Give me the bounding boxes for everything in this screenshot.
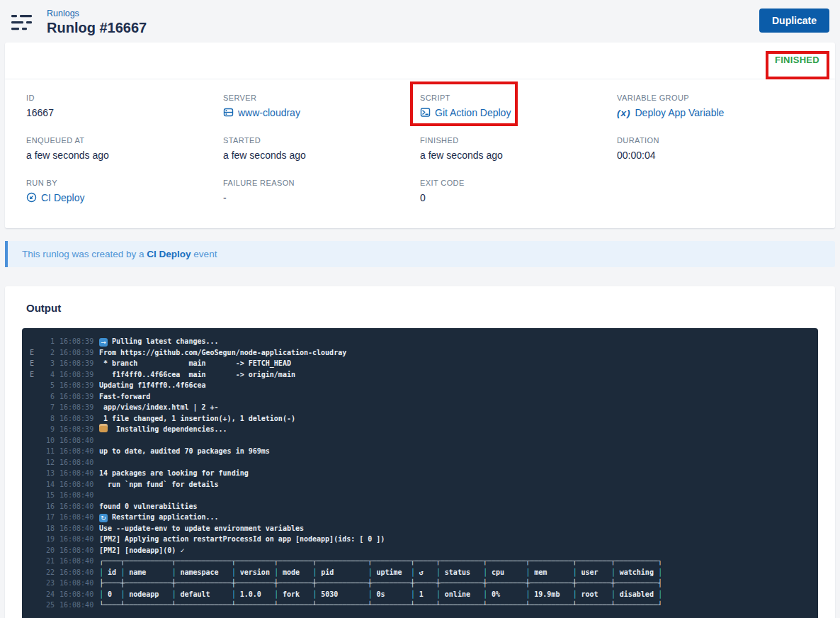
timestamp: 16:08:40 (55, 446, 96, 457)
stderr-marker (22, 501, 39, 512)
field-value-text: CI Deploy (41, 192, 84, 203)
pm2-table-segment: watching (615, 568, 658, 576)
timestamp: 16:08:40 (55, 534, 96, 545)
timestamp: 16:08:40 (55, 435, 96, 446)
terminal-line: 1916:08:40[PM2] Applying action restartP… (22, 534, 812, 545)
page-title: Runlog #16667 (47, 20, 147, 36)
line-content: From https://github.com/GeoSegun/node-ap… (96, 347, 346, 359)
field-label: ENQUEUED AT (26, 136, 223, 145)
timestamp: 16:08:40 (55, 567, 96, 578)
field-label: FAILURE REASON (223, 179, 420, 187)
stderr-marker (22, 446, 39, 457)
terminal-output[interactable]: 116:08:39→ Pulling latest changes...E216… (22, 328, 818, 618)
field-value-id: 16667 (26, 107, 223, 118)
line-number: 14 (39, 479, 55, 490)
stderr-marker: E (22, 369, 39, 381)
package-icon (99, 424, 108, 432)
line-content: Fast-forward (96, 391, 150, 403)
terminal-line: 816:08:39 1 file changed, 1 insertion(+)… (22, 413, 812, 425)
log-text: app/views/index.html | 2 +- (99, 403, 219, 411)
log-text: Fast-forward (99, 393, 150, 400)
timestamp: 16:08:40 (55, 589, 96, 600)
card-topbar: FINISHED (5, 43, 835, 79)
field-label: DURATION (617, 136, 814, 145)
line-content: Updating f1f4ff0..4f66cea (96, 380, 206, 391)
field-value-variable-group[interactable]: (x)Deploy App Variable (617, 107, 814, 118)
stderr-marker (22, 556, 39, 567)
timestamp: 16:08:39 (55, 358, 96, 369)
stderr-marker (22, 380, 39, 391)
field-variable-group: VARIABLE GROUP(x)Deploy App Variable (617, 94, 814, 122)
field-value-failure-reason: - (223, 192, 420, 203)
banner-ci-deploy-link[interactable]: CI Deploy (147, 249, 191, 259)
field-value-run-by[interactable]: CI Deploy (26, 192, 223, 203)
terminal-line: 2516:08:40└────┴───────────┴────────────… (22, 600, 812, 611)
terminal-line: 1816:08:40Use --update-env to update env… (22, 523, 812, 534)
line-number: 13 (39, 468, 55, 479)
log-text: found 0 vulnerabilities (99, 502, 197, 510)
line-number: 18 (39, 523, 55, 534)
stderr-marker: E (22, 347, 39, 359)
log-text: up to date, audited 70 packages in 969ms (99, 447, 270, 455)
stderr-marker: E (22, 358, 39, 369)
log-text: 1 file changed, 1 insertion(+), 1 deleti… (99, 415, 295, 422)
timestamp: 16:08:39 (55, 413, 96, 425)
restart-icon: ↻ (99, 514, 108, 522)
line-content: 1 file changed, 1 insertion(+), 1 deleti… (96, 413, 295, 425)
timestamp: 16:08:40 (55, 578, 96, 589)
terminal-line: 1716:08:40↻ Restarting application... (22, 512, 812, 523)
field-label: RUN BY (26, 179, 223, 187)
breadcrumb-runlogs[interactable]: Runlogs (47, 9, 147, 18)
timestamp: 16:08:39 (55, 336, 96, 347)
field-value-text: 0 (420, 192, 426, 203)
pm2-table-segment: 1 (415, 590, 436, 598)
line-number: 5 (39, 380, 55, 391)
log-text: * branch main -> FETCH_HEAD (99, 359, 291, 367)
log-text: From https://github.com/GeoSegun/node-ap… (99, 349, 346, 356)
server-icon (223, 107, 234, 118)
field-value-text: a few seconds ago (420, 150, 503, 161)
field-server: SERVERwww-cloudray (223, 94, 420, 122)
pm2-table-segment: 5030 (317, 590, 368, 598)
line-content: found 0 vulnerabilities (96, 501, 197, 512)
field-label: EXIT CODE (420, 179, 617, 187)
field-value-duration: 00:00:04 (617, 150, 814, 161)
terminal-line: 1516:08:40 (22, 490, 812, 501)
pm2-table-segment: │ (658, 568, 662, 576)
pm2-table-segment: │ (658, 590, 662, 598)
field-value-finished: a few seconds ago (420, 150, 617, 161)
variable-icon: (x) (617, 108, 631, 118)
field-value-server[interactable]: www-cloudray (223, 107, 420, 118)
terminal-line: 1316:08:4014 packages are looking for fu… (22, 468, 812, 479)
pm2-table-segment: mem (530, 568, 572, 576)
timestamp: 16:08:40 (55, 479, 96, 490)
terminal-line: 1016:08:40 (22, 435, 812, 446)
pm2-table-segment: mode (278, 568, 312, 576)
log-text: Pulling latest changes... (108, 337, 219, 345)
pm2-table-segment: uptime (372, 568, 410, 576)
line-number: 10 (39, 435, 55, 446)
duplicate-button[interactable]: Duplicate (759, 9, 829, 33)
timestamp: 16:08:40 (55, 490, 96, 501)
log-text: [PM2] [nodeapp](0) ✓ (99, 546, 184, 554)
pm2-table-segment: online (441, 590, 483, 598)
terminal-line: 516:08:39Updating f1f4ff0..4f66cea (22, 380, 812, 391)
field-value-script[interactable]: Git Action Deploy (420, 107, 617, 118)
line-number: 24 (39, 589, 55, 600)
terminal-line: 1216:08:40 (22, 457, 812, 468)
terminal-line: 1116:08:40up to date, audited 70 package… (22, 446, 812, 457)
line-content: [PM2] [nodeapp](0) ✓ (96, 545, 184, 556)
field-value-text: a few seconds ago (223, 150, 306, 161)
stderr-marker (22, 490, 39, 501)
field-label: ID (26, 94, 223, 102)
line-content (96, 490, 99, 501)
timestamp: 16:08:39 (55, 424, 96, 435)
runlog-details-card: FINISHED ID16667SERVERwww-cloudraySCRIPT… (5, 43, 835, 228)
pm2-table-segment: 0% (487, 590, 526, 598)
terminal-line: E316:08:39 * branch main -> FETCH_HEAD (22, 358, 812, 369)
stderr-marker (22, 523, 39, 534)
stderr-marker (22, 512, 39, 523)
line-number: 2 (39, 347, 55, 359)
line-number: 11 (39, 446, 55, 457)
log-text: f1f4ff0..4f66cea main -> origin/main (99, 371, 295, 378)
